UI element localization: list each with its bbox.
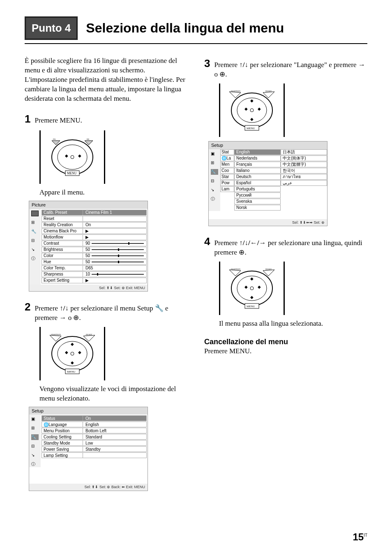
four-way-arrows-icon: ↑/↓/←/→ <box>239 239 266 247</box>
setup-row-partial: Men <box>220 162 234 167</box>
picture-menu-screenshot: Picture ⊞ 🔧 ⊟ ↘ ⓘ Calib. PresetCinema Fi… <box>29 201 148 292</box>
language-option: 日本語 <box>281 149 327 155</box>
menu-row-label: Menu Position <box>42 428 83 434</box>
language-option: Português <box>234 186 281 192</box>
language-option: Italiano <box>234 168 281 174</box>
menu-row-value: ▶ <box>83 234 146 240</box>
left-column: È possibile scegliere fra 16 lingue di p… <box>25 56 188 499</box>
enter-icon: ⊕ <box>219 70 225 78</box>
menu-row-label: Sharpness <box>42 271 83 277</box>
language-option: Français <box>234 162 281 167</box>
setup-menu-row: Standby ModeLow <box>42 440 147 446</box>
svg-point-22 <box>250 109 254 112</box>
svg-text:MENU: MENU <box>247 127 255 130</box>
picture-menu-row: Motionflow▶ <box>42 234 147 240</box>
language-option: Svenska <box>234 199 281 204</box>
menu-row-label: Lamp Setting <box>42 453 83 459</box>
menu-row-label: Motionflow <box>42 234 83 240</box>
right-arrow-icon: → <box>59 314 66 322</box>
setup-menu-title: Setup <box>29 407 148 415</box>
svg-text:◆: ◆ <box>250 117 254 121</box>
intro-text: È possibile scegliere fra 16 lingue di p… <box>25 56 188 104</box>
setup-menu-row: Power SavingStandby <box>42 446 147 452</box>
step-4-text: Premere ↑/↓/←/→ per selezionare una ling… <box>214 239 367 257</box>
svg-text:MENU: MENU <box>67 370 76 373</box>
step-3-text: Premere ↑/↓ per selezionare "Language" e… <box>214 60 367 79</box>
setup-row-partial: Star <box>220 174 234 180</box>
setup-menu-row: StatusOn <box>42 415 147 421</box>
svg-point-1 <box>58 145 87 169</box>
language-option: Русский <box>234 192 281 198</box>
language-option: Nederlands <box>234 155 281 161</box>
step-2-caption: Vengono visualizzate le voci di impostaz… <box>39 385 188 403</box>
svg-text:◆: ◆ <box>71 360 74 365</box>
menu-row-value: Standard <box>83 434 146 440</box>
picture-menu-row: Reality CreationOn <box>42 222 147 228</box>
function-icon: ⊟ <box>31 443 39 449</box>
setup-row-partial: Pow <box>220 180 234 186</box>
menu-row-label: Status <box>42 416 83 422</box>
menu-row-label: Cinema Black Pro <box>42 228 83 234</box>
svg-text:◆: ◆ <box>78 350 81 354</box>
language-option: Norsk <box>234 205 281 211</box>
joystick-illustration-1: ◆◆ PO RE MENU <box>39 130 105 184</box>
up-down-arrows-icon: ↑/↓ <box>239 61 248 69</box>
language-option: 中文(简体字) <box>281 155 327 161</box>
menu-row-label: Calib. Preset <box>42 210 83 215</box>
function-icon: ⊟ <box>211 178 218 184</box>
picture-menu-row: Sharpness10 <box>42 271 147 277</box>
picture-menu-row: Cinema Black Pro▶ <box>42 228 147 234</box>
menu-row-value: 50 <box>83 253 146 259</box>
joystick-illustration-4: ◆◆ ◆◆ POSITION RESET MENU <box>219 262 285 315</box>
step-2-text: Premere ↑/↓ per selezionare il menu Setu… <box>35 304 188 323</box>
info-icon: ⓘ <box>31 256 39 262</box>
setup-row-partial: 🌐La <box>220 155 234 161</box>
picture-menu-row: Reset <box>42 216 147 222</box>
menu-row-label: Cooling Setting <box>42 434 83 440</box>
menu-row-label: Color Temp. <box>42 265 83 271</box>
menu-row-label: Expert Setting <box>42 278 83 283</box>
picture-icon <box>31 211 39 216</box>
svg-point-11 <box>71 352 74 355</box>
picture-icon: ▣ <box>31 416 39 422</box>
step-4: 4 Premere ↑/↓/←/→ per selezionare una li… <box>204 234 367 329</box>
setup-menu-row: 🌐LanguageEnglish <box>42 422 147 427</box>
picture-menu-row: Color Temp.D65 <box>42 265 147 271</box>
menu-row-value: On <box>83 222 146 228</box>
svg-text:◆: ◆ <box>65 153 68 158</box>
right-column: 3 Premere ↑/↓ per selezionare "Language"… <box>204 56 367 499</box>
step-1-number: 1 <box>25 112 30 126</box>
menu-row-value: 90 <box>83 241 146 246</box>
menu-row-value: Cinema Film 1 <box>83 210 146 215</box>
svg-text:MENU: MENU <box>67 171 77 175</box>
picture-menu-row: Color50 <box>42 253 147 259</box>
setup-inline-icon: 🔧 <box>155 304 164 312</box>
step-4-number: 4 <box>204 234 210 249</box>
menu-sidebar-icons-2: ▣ ⊞ 🔧 ⊟ ↘ ⓘ <box>29 415 41 467</box>
step-2-number: 2 <box>25 300 30 314</box>
step-2: 2 Premere ↑/↓ per selezionare il menu Se… <box>25 300 188 491</box>
language-option: 한국어 <box>281 168 327 174</box>
svg-text:◆: ◆ <box>65 350 68 354</box>
lang-menu-footer: Sel: ⬆⬇⬅➡ Set: ⊕ <box>209 219 327 226</box>
lang-menu-title: Setup <box>209 141 327 149</box>
menu-row-value: D65 <box>83 265 146 271</box>
svg-text:◆: ◆ <box>244 285 248 289</box>
picture-menu-row: Brightness50 <box>42 247 147 253</box>
cancel-section: Cancellazione del menu Premere MENU. <box>204 337 367 356</box>
menu-row-label: Contrast <box>42 241 83 246</box>
picture-icon: ▣ <box>211 151 218 157</box>
svg-text:◆: ◆ <box>258 107 261 111</box>
menu-sidebar-icons: ⊞ 🔧 ⊟ ↘ ⓘ <box>29 209 41 285</box>
page-title: Selezione della lingua del menu <box>86 19 284 37</box>
punto-label: Punto 4 <box>25 16 78 40</box>
menu-row-value: ▶ <box>83 228 146 234</box>
svg-text:◆: ◆ <box>250 98 254 103</box>
menu-row-label: Power Saving <box>42 447 83 452</box>
menu-row-value: 50 <box>83 259 146 265</box>
svg-text:RESET: RESET <box>265 90 272 92</box>
svg-text:◆: ◆ <box>250 276 254 281</box>
setup-row-partial: Stat <box>220 149 234 155</box>
svg-text:◆: ◆ <box>244 107 248 111</box>
screen-icon: ⊞ <box>211 160 218 166</box>
